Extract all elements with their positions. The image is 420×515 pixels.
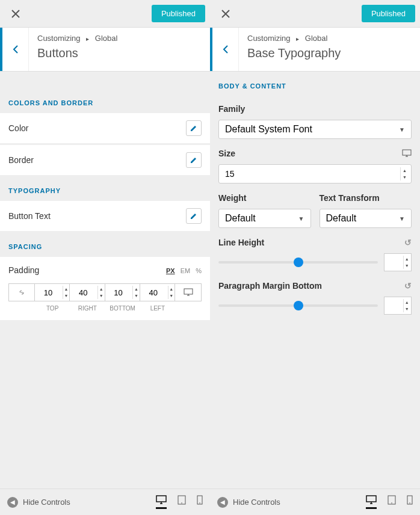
close-icon bbox=[221, 10, 230, 18]
header-content: Customizing ▸ Global Buttons bbox=[29, 28, 210, 71]
section-colors-border: COLORS AND BORDER bbox=[0, 88, 210, 113]
slider-thumb[interactable] bbox=[294, 301, 303, 310]
padding-inputs: ▲▼ TOP ▲▼ RIGHT ▲▼ BOTTOM ▲▼ LEFT bbox=[8, 283, 202, 312]
topbar: Published bbox=[210, 0, 420, 28]
family-select[interactable]: Default System Font ▼ bbox=[218, 120, 412, 139]
device-mobile[interactable] bbox=[407, 495, 413, 509]
close-icon bbox=[11, 10, 20, 18]
section-body-content: BODY & CONTENT bbox=[210, 72, 420, 96]
device-toggle[interactable] bbox=[402, 149, 412, 158]
svg-point-5 bbox=[199, 502, 200, 504]
padding-right-input[interactable]: ▲▼ bbox=[70, 283, 105, 301]
row-color[interactable]: Color bbox=[0, 113, 210, 144]
padding-left-input[interactable]: ▲▼ bbox=[140, 283, 175, 301]
topbar: Published bbox=[0, 0, 210, 28]
reset-button[interactable]: ↺ bbox=[404, 281, 412, 291]
row-label: Color bbox=[8, 123, 28, 133]
breadcrumb: Customizing ▸ Global bbox=[37, 34, 202, 43]
published-button[interactable]: Published bbox=[152, 5, 205, 22]
paragraph-margin-input[interactable]: ▲▼ bbox=[384, 297, 412, 315]
chevron-right-icon: ▸ bbox=[86, 35, 89, 42]
header: Customizing ▸ Global Base Typography bbox=[210, 28, 420, 72]
device-switcher bbox=[156, 495, 203, 509]
svg-point-3 bbox=[181, 502, 182, 504]
line-height-input[interactable]: ▲▼ bbox=[384, 253, 412, 271]
tablet-icon bbox=[388, 495, 396, 505]
published-button[interactable]: Published bbox=[362, 5, 415, 22]
padding-top-input[interactable]: ▲▼ bbox=[35, 283, 70, 301]
back-button[interactable] bbox=[210, 28, 239, 71]
padding-bottom-label: BOTTOM bbox=[110, 305, 135, 312]
paragraph-margin-slider[interactable] bbox=[218, 304, 378, 307]
weight-label: Weight bbox=[218, 193, 311, 203]
slider-thumb[interactable] bbox=[294, 258, 303, 267]
line-height-label: Line Height ↺ bbox=[218, 238, 412, 247]
chevron-right-icon: ▸ bbox=[296, 35, 299, 42]
header: Customizing ▸ Global Buttons bbox=[0, 28, 210, 72]
padding-right-label: RIGHT bbox=[78, 305, 97, 312]
footer: ◀ Hide Controls bbox=[210, 489, 420, 515]
footer: ◀ Hide Controls bbox=[0, 489, 210, 515]
back-button[interactable] bbox=[0, 28, 29, 71]
page-title: Buttons bbox=[37, 46, 202, 60]
content: COLORS AND BORDER Color Border TYPOGRAPH… bbox=[0, 72, 210, 515]
padding-label: Padding bbox=[8, 265, 39, 275]
edit-button[interactable] bbox=[186, 152, 202, 168]
row-label: Button Text bbox=[8, 211, 51, 221]
chevron-down-icon: ▼ bbox=[298, 215, 304, 222]
chevron-left-icon bbox=[13, 45, 19, 54]
section-typography: TYPOGRAPHY bbox=[0, 176, 210, 200]
padding-bottom-input[interactable]: ▲▼ bbox=[105, 283, 140, 301]
row-label: Border bbox=[8, 155, 34, 165]
padding-top-label: TOP bbox=[46, 305, 58, 312]
unit-px[interactable]: PX bbox=[166, 267, 175, 274]
row-button-text[interactable]: Button Text bbox=[0, 200, 210, 232]
line-height-slider[interactable] bbox=[218, 261, 378, 264]
close-button[interactable] bbox=[215, 3, 236, 25]
pencil-icon bbox=[190, 156, 197, 164]
panel-buttons: Published Customizing ▸ Global Buttons C… bbox=[0, 0, 210, 515]
reset-button[interactable]: ↺ bbox=[404, 238, 412, 247]
breadcrumb: Customizing ▸ Global bbox=[247, 34, 412, 43]
paragraph-margin-label: Paragraph Margin Bottom ↺ bbox=[218, 281, 412, 291]
text-transform-select[interactable]: Default ▼ bbox=[320, 209, 412, 228]
weight-select[interactable]: Default ▼ bbox=[218, 209, 311, 228]
family-label: Family bbox=[218, 104, 412, 114]
section-spacing: SPACING bbox=[0, 232, 210, 256]
padding-left-label: LEFT bbox=[150, 305, 165, 312]
text-transform-value: Default bbox=[326, 213, 357, 224]
collapse-icon: ◀ bbox=[7, 497, 18, 508]
padding-control: Padding PX EM % ▲▼ TOP ▲▼ RIGHT bbox=[0, 256, 210, 320]
edit-button[interactable] bbox=[186, 208, 202, 224]
device-tablet[interactable] bbox=[388, 495, 396, 509]
svg-rect-1 bbox=[156, 496, 166, 502]
desktop-icon bbox=[402, 149, 412, 158]
hide-controls-button[interactable]: ◀ Hide Controls bbox=[217, 497, 280, 508]
family-value: Default System Font bbox=[225, 124, 312, 135]
device-switcher bbox=[366, 495, 413, 509]
device-tablet[interactable] bbox=[178, 495, 186, 509]
chevron-down-icon: ▼ bbox=[399, 215, 405, 222]
size-input[interactable]: ▲▼ bbox=[218, 164, 412, 183]
row-border[interactable]: Border bbox=[0, 144, 210, 176]
page-title: Base Typography bbox=[247, 46, 412, 60]
mobile-icon bbox=[407, 495, 413, 505]
edit-button[interactable] bbox=[186, 120, 202, 136]
hide-controls-button[interactable]: ◀ Hide Controls bbox=[7, 497, 70, 508]
header-content: Customizing ▸ Global Base Typography bbox=[239, 28, 420, 71]
pencil-icon bbox=[190, 125, 197, 132]
desktop-icon bbox=[156, 495, 167, 505]
desktop-icon bbox=[184, 288, 193, 297]
unit-em[interactable]: EM bbox=[181, 267, 191, 274]
collapse-icon: ◀ bbox=[217, 497, 228, 508]
device-desktop[interactable] bbox=[156, 495, 167, 509]
close-button[interactable] bbox=[5, 3, 26, 25]
device-desktop[interactable] bbox=[366, 495, 377, 509]
hide-controls-label: Hide Controls bbox=[23, 498, 70, 507]
unit-pct[interactable]: % bbox=[196, 267, 202, 274]
pencil-icon bbox=[190, 212, 197, 220]
device-mobile[interactable] bbox=[197, 495, 203, 509]
link-values-button[interactable] bbox=[8, 283, 35, 301]
device-toggle[interactable] bbox=[175, 283, 202, 301]
desktop-icon bbox=[366, 495, 377, 505]
